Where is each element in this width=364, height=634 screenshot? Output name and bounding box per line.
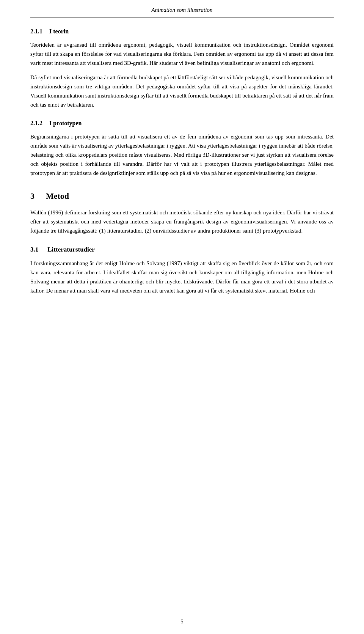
section-2-1-1: 2.1.1I teorin Teoridelen är avgränsad ti…: [30, 28, 334, 109]
page-footer: 5: [0, 618, 364, 625]
page-number: 5: [180, 618, 184, 625]
section-2-1-1-title: I teorin: [49, 28, 69, 35]
section-2-1-1-number: 2.1.1: [30, 28, 42, 35]
section-2-1-2-number: 2.1.2: [30, 120, 42, 126]
section-2-1-1-para-2: Då syftet med visualiseringarna är att f…: [30, 73, 334, 109]
section-2-1-2-heading: 2.1.2I prototypen: [30, 120, 334, 127]
page-title: Animation som illustration: [152, 7, 213, 13]
section-2-1-1-para-1: Teoridelen är avgränsad till områdena er…: [30, 40, 334, 68]
section-2-1-2-title: I prototypen: [49, 120, 82, 126]
section-2-1-2: 2.1.2I prototypen Begränsningarna i prot…: [30, 120, 334, 178]
section-2-1-2-para-1: Begränsningarna i prototypen är satta ti…: [30, 132, 334, 178]
section-3-1-title: Litteraturstudier: [47, 246, 95, 253]
chapter-3-number: 3: [30, 191, 35, 201]
section-3-1-number: 3.1: [30, 246, 38, 253]
page: Animation som illustration 2.1.1I teorin…: [0, 0, 364, 634]
section-3-1-para-1: I forskningssammanhang är det enligt Hol…: [30, 259, 334, 295]
section-3-1-heading: 3.1Litteraturstudier: [30, 246, 334, 253]
page-header: Animation som illustration: [30, 0, 334, 17]
chapter-3-title: Metod: [46, 191, 69, 201]
chapter-3-para-1: Wallén (1996) definierar forskning som e…: [30, 208, 334, 235]
section-2-1-1-heading: 2.1.1I teorin: [30, 28, 334, 35]
chapter-3-heading: 3Metod: [30, 191, 334, 201]
